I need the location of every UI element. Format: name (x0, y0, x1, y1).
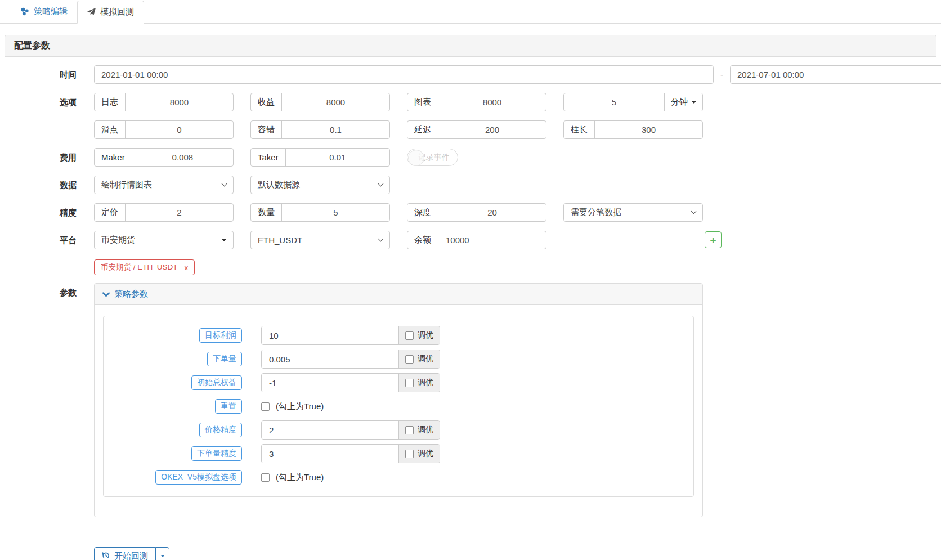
pricing-precision-input[interactable] (126, 204, 233, 221)
param-bool-group: (勾上为True) (261, 472, 324, 483)
balance-input[interactable] (438, 231, 546, 249)
record-event-label: 记录事件 (418, 153, 450, 163)
log-limit-input[interactable] (126, 93, 233, 111)
start-time-input[interactable] (94, 65, 714, 84)
tune-checkbox[interactable] (405, 450, 414, 458)
tolerance-label: 容错 (251, 121, 282, 138)
param-name-badge: 目标利润 (199, 328, 242, 343)
tab-strategy-edit[interactable]: 策略编辑 (11, 0, 77, 23)
param-name-badge: 初始总权益 (191, 375, 242, 390)
fees-label: 费用 (5, 148, 77, 167)
strategy-params-header[interactable]: 策略参数 (95, 284, 702, 305)
params-row: 参数 策略参数 目标利润 调优 (5, 283, 936, 517)
param-value-input[interactable] (262, 374, 398, 392)
param-value-input[interactable] (262, 326, 398, 344)
param-row: 下单量精度 调优 (112, 444, 685, 463)
tolerance-input[interactable] (282, 121, 389, 138)
tune-addon[interactable]: 调优 (398, 445, 440, 463)
log-limit-group: 日志 (94, 93, 234, 111)
precision-row: 精度 定价 数量 深度 需要分笔数据 (5, 203, 936, 222)
delay-label: 延迟 (407, 121, 438, 138)
options-row: 选项 日志 收益 图表 分钟 (5, 93, 936, 111)
symbol-select[interactable]: ETH_USDT (250, 231, 390, 249)
chart-mode-select[interactable]: 绘制行情图表 (94, 176, 234, 194)
param-input-group: 调优 (261, 326, 440, 345)
amount-precision-input[interactable] (282, 204, 389, 221)
chevron-down-icon (222, 181, 227, 187)
bar-length-input[interactable] (595, 121, 702, 138)
data-source-select[interactable]: 默认数据源 (250, 176, 390, 194)
tab-backtest[interactable]: 模拟回测 (77, 1, 144, 24)
delay-input[interactable] (438, 121, 546, 138)
bar-length-label: 柱长 (564, 121, 595, 138)
amount-precision-group: 数量 (250, 203, 390, 222)
param-name-badge: 下单量精度 (191, 446, 242, 461)
param-name-badge: 下单量 (207, 352, 242, 366)
tune-label: 调优 (418, 425, 433, 435)
slippage-label: 滑点 (95, 121, 126, 138)
data-label: 数据 (5, 176, 77, 194)
chevron-down-icon (102, 289, 110, 299)
add-platform-button[interactable]: + (705, 231, 722, 248)
start-backtest-button[interactable]: 开始回测 (94, 547, 156, 560)
tick-mode-value: 需要分笔数据 (571, 207, 621, 218)
config-panel: 配置参数 时间 - 天 模拟级 Tick (5, 35, 936, 560)
tune-label: 调优 (418, 449, 433, 459)
params-label: 参数 (5, 283, 77, 517)
slippage-input[interactable] (126, 121, 233, 138)
bool-label: (勾上为True) (276, 472, 324, 483)
pricing-precision-group: 定价 (94, 203, 234, 222)
exchange-dropdown[interactable]: 币安期货 (94, 231, 234, 249)
chart-mode-value: 绘制行情图表 (101, 180, 152, 190)
interval-unit-dropdown[interactable]: 分钟 (664, 93, 702, 111)
caret-down-icon (222, 239, 226, 241)
param-row: 下单量 调优 (112, 350, 685, 369)
record-event-toggle[interactable]: 记录事件 (407, 149, 458, 166)
tune-addon[interactable]: 调优 (398, 326, 440, 344)
param-value-input[interactable] (262, 350, 398, 368)
tune-addon[interactable]: 调优 (398, 350, 440, 368)
tune-addon[interactable]: 调优 (398, 421, 440, 439)
maker-fee-group: Maker (94, 148, 234, 167)
precision-label: 精度 (5, 203, 77, 222)
chevron-down-icon (378, 236, 384, 242)
caret-down-icon (692, 101, 696, 104)
param-value-input[interactable] (262, 445, 398, 463)
symbol-value: ETH_USDT (258, 235, 302, 245)
tune-checkbox[interactable] (405, 355, 414, 364)
depth-group: 深度 (407, 203, 546, 222)
start-backtest-dropdown[interactable] (155, 547, 169, 560)
plus-icon: + (710, 235, 716, 245)
param-list: 目标利润 调优 下单量 调优 初始总权益 (103, 316, 694, 497)
chevron-down-icon (691, 209, 697, 214)
tune-checkbox[interactable] (405, 426, 414, 434)
profit-limit-label: 收益 (251, 93, 282, 111)
bool-checkbox[interactable] (261, 402, 270, 411)
balance-group: 余额 (407, 231, 546, 249)
profit-limit-input[interactable] (282, 93, 389, 111)
chart-limit-input[interactable] (438, 93, 546, 111)
maker-fee-label: Maker (95, 149, 132, 166)
bool-checkbox[interactable] (261, 473, 270, 482)
tune-addon[interactable]: 调优 (398, 374, 440, 392)
bool-label: (勾上为True) (276, 401, 324, 412)
depth-input[interactable] (438, 204, 546, 221)
pair-tag-close[interactable]: x (185, 263, 189, 272)
tune-label: 调优 (418, 378, 433, 388)
param-value-input[interactable] (262, 421, 398, 439)
param-input-group: 调优 (261, 373, 440, 392)
tune-checkbox[interactable] (405, 379, 414, 387)
taker-fee-input[interactable] (286, 149, 389, 166)
tune-checkbox[interactable] (405, 331, 414, 340)
end-time-input[interactable] (730, 65, 941, 84)
strategy-params-title: 策略参数 (114, 289, 148, 299)
pair-tag: 币安期货 / ETH_USDT x (94, 259, 195, 275)
tick-mode-select[interactable]: 需要分笔数据 (563, 203, 703, 222)
maker-fee-input[interactable] (132, 149, 233, 166)
bar-length-group: 柱长 (563, 120, 703, 139)
profit-limit-group: 收益 (250, 93, 390, 111)
depth-label: 深度 (407, 204, 438, 221)
interval-input[interactable] (564, 93, 664, 111)
param-name-badge: 价格精度 (199, 423, 242, 437)
exchange-value: 币安期货 (101, 235, 135, 245)
